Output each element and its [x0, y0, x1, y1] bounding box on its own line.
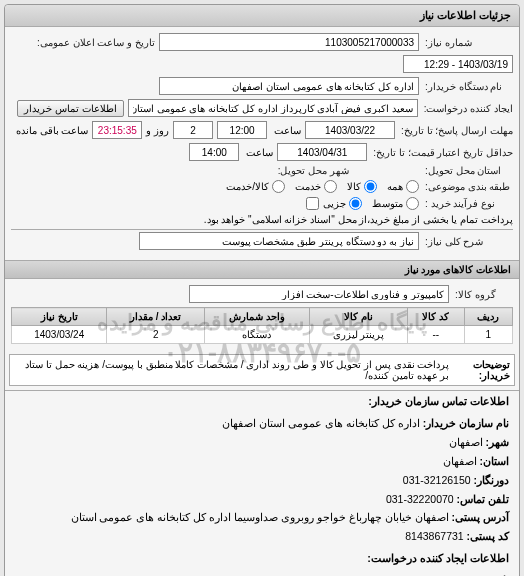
contact-header: اطلاعات تماس سازمان خریدار:: [15, 395, 509, 408]
need-title-field[interactable]: [139, 232, 419, 250]
proc-partial[interactable]: جزیی: [323, 197, 362, 210]
process-label: نوع فرآیند خرید :: [423, 198, 513, 209]
deadline-resp-time[interactable]: [217, 121, 267, 139]
process-note: پرداخت تمام یا بخشی از مبلغ خرید،از محل …: [204, 214, 513, 225]
days-label: روز و: [146, 125, 169, 136]
req-no-label: شماره نیاز:: [423, 37, 513, 48]
items-table: ردیف کد کالا نام کالا واحد شمارش تعداد /…: [11, 307, 513, 344]
announce-label: تاریخ و ساعت اعلان عمومی:: [35, 37, 155, 48]
remain-time: [92, 121, 142, 139]
buyer-contact-button[interactable]: اطلاعات تماس خریدار: [17, 100, 124, 117]
remain-days: [173, 121, 213, 139]
group-field[interactable]: [189, 285, 449, 303]
th-code: کد کالا: [408, 308, 464, 326]
buyer-notes-box: توضیحات خریدار: پرداخت نقدی پس از تحویل …: [9, 354, 515, 386]
hour-label-2: ساعت: [243, 147, 273, 158]
process-radio-group: متوسط جزیی: [323, 197, 419, 210]
creator-contact-block: نام: سعید نام خانوادگی: اکبری فیض آبادی …: [15, 571, 509, 576]
min-valid-time[interactable]: [189, 143, 239, 161]
th-qty: تعداد / مقدار: [107, 308, 205, 326]
hour-label-1: ساعت: [271, 125, 301, 136]
items-header: اطلاعات کالاهای مورد نیاز: [5, 260, 519, 279]
form-body: شماره نیاز: تاریخ و ساعت اعلان عمومی: نا…: [5, 27, 519, 260]
class-goods-service[interactable]: کالا/خدمت: [226, 180, 285, 193]
th-date: تاریخ نیاز: [12, 308, 107, 326]
buyer-field[interactable]: [159, 77, 419, 95]
deadline-resp-label: مهلت ارسال پاسخ؛ تا تاریخ:: [399, 125, 513, 136]
buyer-label: نام دستگاه خریدار:: [423, 81, 513, 92]
req-creator-header: اطلاعات ایجاد کننده درخواست:: [15, 552, 509, 565]
remain-label: ساعت باقی مانده: [16, 125, 89, 136]
class-goods[interactable]: کالا: [347, 180, 377, 193]
buyer-notes-label: توضیحات خریدار:: [449, 359, 510, 381]
deadline-resp-date[interactable]: [305, 121, 395, 139]
class-label: طبقه بندی موضوعی:: [423, 181, 513, 192]
deliver-state-label: استان محل تحویل:: [423, 165, 513, 176]
buyer-notes-text: پرداخت نقدی پس از تحویل کالا و طی روند ا…: [14, 359, 449, 381]
contact-block: نام سازمان خریدار: اداره کل کتابخانه های…: [15, 414, 509, 546]
class-all[interactable]: همه: [387, 180, 419, 193]
need-title-label: شرح کلی نیاز:: [423, 236, 513, 247]
need-details-panel: جزئیات اطلاعات نیاز شماره نیاز: تاریخ و …: [4, 4, 520, 576]
creator-field[interactable]: [128, 99, 418, 117]
req-no-field[interactable]: [159, 33, 419, 51]
class-radio-group: همه کالا خدمت کالا/خدمت: [226, 180, 419, 193]
th-unit: واحد شمارش: [204, 308, 309, 326]
deliver-city-label: شهر محل تحویل:: [276, 165, 349, 176]
min-valid-label: حداقل تاریخ اعتبار قیمت؛ تا تاریخ:: [371, 147, 513, 158]
announce-field[interactable]: [403, 55, 513, 73]
th-idx: ردیف: [464, 308, 512, 326]
min-valid-date[interactable]: [277, 143, 367, 161]
class-service[interactable]: خدمت: [295, 180, 337, 193]
treasury-checkbox[interactable]: [306, 197, 319, 210]
group-label: گروه کالا:: [453, 289, 513, 300]
th-name: نام کالا: [309, 308, 407, 326]
proc-mid[interactable]: متوسط: [372, 197, 419, 210]
panel-title: جزئیات اطلاعات نیاز: [5, 5, 519, 27]
creator-label: ایجاد کننده درخواست:: [422, 103, 513, 114]
table-row[interactable]: 1 -- پرینتر لیزری دستگاه 2 1403/03/24: [12, 326, 513, 344]
